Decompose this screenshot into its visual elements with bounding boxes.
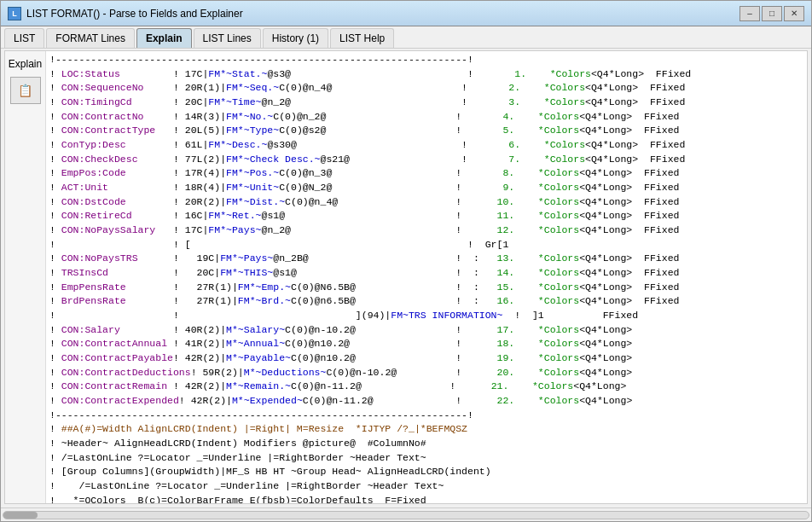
code-line: ! CON:RetireCd ! 16C|FM*~Ret.~@s1@ ! 11.…: [49, 209, 803, 223]
explain-label: Explain: [4, 55, 49, 73]
title-bar-left: L LIST FORMAT() - Parse to Fields and Ex…: [8, 7, 243, 20]
code-line: ! CON:DstCode ! 20R(2)|FM*~Dist.~C(0)@n_…: [49, 195, 803, 210]
code-line: !---------------------------------------…: [49, 409, 803, 423]
code-line: ! CON:NoPaysSalary ! 17C|FM*~Pays~@n_2@ …: [49, 223, 803, 238]
code-line: ! CON:ContractType ! 20L(5)|FM*~Type~C(0…: [49, 124, 803, 138]
code-display[interactable]: !---------------------------------------…: [46, 51, 807, 503]
code-line: ! /=LastOnLine ?=Locator _=Underline |=R…: [49, 479, 803, 494]
title-controls: – □ ✕: [740, 6, 804, 21]
code-line: ! LOC:Status ! 17C|FM*~Stat.~@s3@ ! 1. *…: [49, 67, 803, 82]
app-icon: L: [8, 7, 21, 20]
tab-explain[interactable]: Explain: [136, 28, 192, 48]
code-line: ! /=LastOnLine ?=Locator _=Underline |=R…: [49, 451, 803, 466]
title-bar: L LIST FORMAT() - Parse to Fields and Ex…: [1, 1, 811, 26]
code-line: ! *=QColors B(c)=ColorBarFrame E(fbsb)=C…: [49, 494, 803, 503]
code-line: ! TRSInsCd ! 20C|FM*~THIS~@s1@ ! : 14. *…: [49, 266, 803, 281]
tab-list-help[interactable]: LIST Help: [330, 28, 394, 48]
tab-list[interactable]: LIST: [4, 28, 44, 48]
code-line: ! BrdPensRate ! 27R(1)|FM*~Brd.~C(0)@n6.…: [49, 294, 803, 309]
copy-button[interactable]: 📋: [10, 77, 41, 104]
scroll-track: [3, 511, 809, 519]
close-button[interactable]: ✕: [784, 6, 804, 21]
tab-history[interactable]: History (1): [263, 28, 328, 48]
minimize-button[interactable]: –: [740, 6, 760, 21]
code-line: ! CON:CheckDesc ! 77L(2)|FM*~Check Desc.…: [49, 153, 803, 167]
code-line: ! CON:ContractExpended! 42R(2)|M*~Expend…: [49, 394, 803, 409]
code-line: ! EmpPos:Code ! 17R(4)|FM*~Pos.~C(0)@n_3…: [49, 166, 803, 181]
horizontal-scrollbar[interactable]: [1, 508, 811, 521]
code-line: ! ConTyp:Desc ! 61L|FM*~Desc.~@s30@ ! 6.…: [49, 138, 803, 153]
main-window: L LIST FORMAT() - Parse to Fields and Ex…: [0, 0, 812, 522]
code-line: ! CON:ContractPayable! 42R(2)|M*~Payable…: [49, 351, 803, 366]
code-line: ! EmpPensRate ! 27R(1)|FM*~Emp.~C(0)@N6.…: [49, 281, 803, 295]
side-panel: Explain 📋: [5, 51, 46, 503]
code-line: ! CON:ContractRemain ! 42R(2)|M*~Remain.…: [49, 380, 803, 394]
code-line: ! ##A(#)=Width AlignLCRD(Indent) |=Right…: [49, 422, 803, 437]
code-line: !---------------------------------------…: [49, 53, 803, 67]
code-line: ! ACT:Unit ! 18R(4)|FM*~Unit~C(0)@N_2@ !…: [49, 181, 803, 195]
code-line: ! [Group Columns](GroupWidth)|MF_S HB HT…: [49, 465, 803, 479]
code-line: ! CON:ContractNo ! 14R(3)|FM*~No.~C(0)@n…: [49, 110, 803, 125]
tab-bar: LIST FORMAT Lines Explain LIST Lines His…: [1, 26, 811, 49]
content-area: Explain 📋 !-----------------------------…: [4, 50, 808, 504]
code-line: ! CON:SequenceNo ! 20R(1)|FM*~Seq.~C(0)@…: [49, 81, 803, 96]
tab-format-lines[interactable]: FORMAT Lines: [46, 28, 135, 48]
maximize-button[interactable]: □: [762, 6, 782, 21]
code-line: ! CON:Salary ! 40R(2)|M*~Salary~C(0)@n-1…: [49, 323, 803, 338]
code-line: ! ~Header~ AlignHeadLCRD(Indent) Modifie…: [49, 437, 803, 451]
code-line: ! CON:NoPaysTRS ! 19C|FM*~Pays~@n_2B@ ! …: [49, 252, 803, 266]
code-line: ! ! ](94)|FM~TRS INFORMATION~ ! ]1 FFixe…: [49, 309, 803, 323]
code-line: ! CON:ContractDeductions! 59R(2)|M*~Dedu…: [49, 366, 803, 380]
code-line: ! CON:TimingCd ! 20C|FM*~Time~@n_2@ ! 3.…: [49, 96, 803, 110]
code-line: ! ! [ ! Gr[1: [49, 238, 803, 252]
tab-list-lines[interactable]: LIST Lines: [194, 28, 261, 48]
window-title: LIST FORMAT() - Parse to Fields and Expl…: [26, 8, 243, 20]
scroll-thumb: [3, 512, 38, 519]
code-line: ! CON:ContractAnnual ! 41R(2)|M*~Annual~…: [49, 337, 803, 351]
